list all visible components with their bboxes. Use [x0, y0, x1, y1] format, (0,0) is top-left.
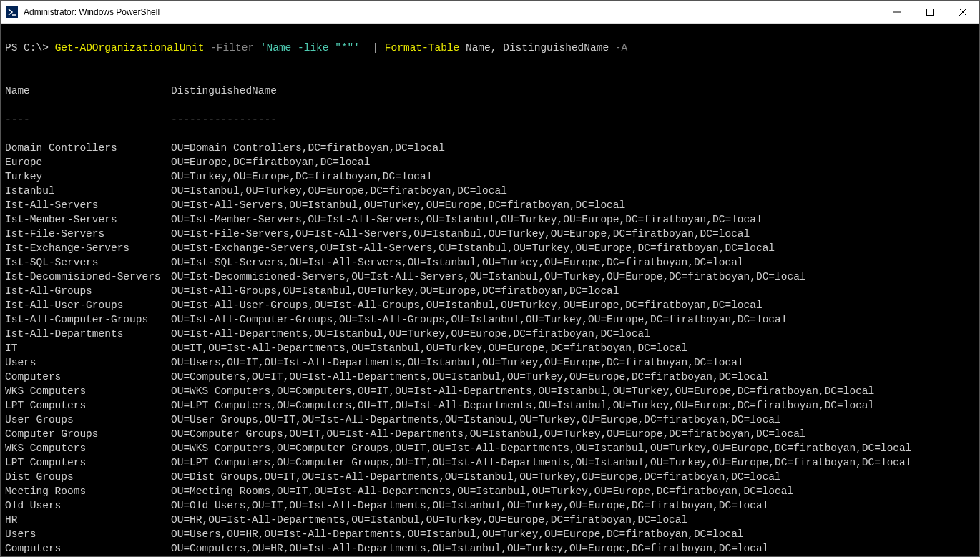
table-header-dashes: --------------------- — [5, 112, 975, 127]
cell-dn: OU=Ist-All-Servers,OU=Istanbul,OU=Turkey… — [171, 198, 625, 212]
cell-dn: OU=WKS Computers,OU=Computers,OU=IT,OU=I… — [171, 384, 874, 398]
table-row: UsersOU=Users,OU=IT,OU=Ist-All-Departmen… — [5, 355, 975, 370]
table-row: Ist-All-DepartmentsOU=Ist-All-Department… — [5, 327, 975, 341]
header-dn: DistinguishedName — [171, 84, 277, 98]
table-row: TurkeyOU=Turkey,OU=Europe,DC=firatboyan,… — [5, 169, 975, 184]
table-row: Old UsersOU=Old Users,OU=IT,OU=Ist-All-D… — [5, 498, 975, 513]
prompt-prefix: PS C:\> — [5, 42, 55, 54]
cell-dn: OU=Ist-SQL-Servers,OU=Ist-All-Servers,OU… — [171, 255, 744, 270]
cell-dn: OU=Users,OU=IT,OU=Ist-All-Departments,OU… — [171, 355, 744, 370]
cell-name: Europe — [5, 155, 171, 169]
table-row: Computer GroupsOU=Computer Groups,OU=IT,… — [5, 427, 975, 441]
table-row: Ist-All-Computer-GroupsOU=Ist-All-Comput… — [5, 312, 975, 327]
cell-name: IT — [5, 341, 171, 355]
table-row: WKS ComputersOU=WKS Computers,OU=Compute… — [5, 556, 975, 556]
cell-dn: OU=Old Users,OU=IT,OU=Ist-All-Department… — [171, 498, 768, 513]
cell-dn: OU=Computers,OU=HR,OU=Ist-All-Department… — [171, 541, 768, 556]
cell-dn: OU=Europe,DC=firatboyan,DC=local — [171, 155, 370, 169]
cell-dn: OU=Computers,OU=IT,OU=Ist-All-Department… — [171, 370, 768, 384]
cell-dn: OU=Ist-All-User-Groups,OU=Ist-All-Groups… — [171, 298, 763, 312]
table-row: ComputersOU=Computers,OU=HR,OU=Ist-All-D… — [5, 541, 975, 556]
table-row: ComputersOU=Computers,OU=IT,OU=Ist-All-D… — [5, 370, 975, 384]
window-title: Administrator: Windows PowerShell — [24, 7, 881, 17]
table-row: Ist-File-ServersOU=Ist-File-Servers,OU=I… — [5, 227, 975, 241]
cell-dn: OU=Turkey,OU=Europe,DC=firatboyan,DC=loc… — [171, 169, 432, 184]
autosize-param: -A — [615, 42, 627, 54]
cell-dn: OU=User Groups,OU=IT,OU=Ist-All-Departme… — [171, 413, 781, 427]
cmdlet-name: Get-ADOrganizationalUnit — [55, 42, 205, 54]
cell-name: Ist-Exchange-Servers — [5, 241, 171, 255]
table-row: Domain ControllersOU=Domain Controllers,… — [5, 141, 975, 155]
header-name: Name — [5, 84, 171, 98]
command-line: PS C:\> Get-ADOrganizationalUnit -Filter… — [5, 41, 975, 55]
cell-dn: OU=Ist-All-Departments,OU=Istanbul,OU=Tu… — [171, 327, 650, 341]
cell-name: LPT Computers — [5, 455, 171, 470]
terminal-output[interactable]: PS C:\> Get-ADOrganizationalUnit -Filter… — [1, 24, 979, 556]
table-row: Ist-Member-ServersOU=Ist-Member-Servers,… — [5, 212, 975, 227]
cell-dn: OU=Computer Groups,OU=IT,OU=Ist-All-Depa… — [171, 427, 806, 441]
cell-dn: OU=Ist-File-Servers,OU=Ist-All-Servers,O… — [171, 227, 750, 241]
table-row: Ist-Decommisioned-ServersOU=Ist-Decommis… — [5, 270, 975, 284]
table-row: Ist-All-ServersOU=Ist-All-Servers,OU=Ist… — [5, 198, 975, 212]
cell-name: Old Users — [5, 498, 171, 513]
table-row: WKS ComputersOU=WKS Computers,OU=Compute… — [5, 441, 975, 455]
cell-dn: OU=Ist-Member-Servers,OU=Ist-All-Servers… — [171, 212, 763, 227]
cell-dn: OU=HR,OU=Ist-All-Departments,OU=Istanbul… — [171, 513, 687, 527]
cell-name: Computers — [5, 541, 171, 556]
cell-dn: OU=Istanbul,OU=Turkey,OU=Europe,DC=firat… — [171, 184, 507, 198]
minimize-button[interactable] — [881, 1, 913, 23]
cell-name: Users — [5, 527, 171, 541]
cell-dn: OU=Ist-All-Computer-Groups,OU=Ist-All-Gr… — [171, 312, 787, 327]
cell-dn: OU=Meeting Rooms,OU=IT,OU=Ist-All-Depart… — [171, 484, 793, 498]
cell-name: Users — [5, 355, 171, 370]
cell-name: Ist-File-Servers — [5, 227, 171, 241]
table-row: Ist-SQL-ServersOU=Ist-SQL-Servers,OU=Ist… — [5, 255, 975, 270]
cell-name: Ist-All-Groups — [5, 284, 171, 298]
cell-name: WKS Computers — [5, 384, 171, 398]
cell-name: Ist-All-Servers — [5, 198, 171, 212]
table-row: UsersOU=Users,OU=HR,OU=Ist-All-Departmen… — [5, 527, 975, 541]
cell-name: Computer Groups — [5, 427, 171, 441]
table-row: EuropeOU=Europe,DC=firatboyan,DC=local — [5, 155, 975, 169]
cell-dn: OU=Users,OU=HR,OU=Ist-All-Departments,OU… — [171, 527, 744, 541]
cell-name: Istanbul — [5, 184, 171, 198]
powershell-window: Administrator: Windows PowerShell PS C:\… — [0, 0, 980, 557]
cell-dn: OU=IT,OU=Ist-All-Departments,OU=Istanbul… — [171, 341, 687, 355]
cell-dn: OU=Dist Groups,OU=IT,OU=Ist-All-Departme… — [171, 470, 781, 484]
cell-name: User Groups — [5, 413, 171, 427]
table-row: Meeting RoomsOU=Meeting Rooms,OU=IT,OU=I… — [5, 484, 975, 498]
table-row: Ist-All-User-GroupsOU=Ist-All-User-Group… — [5, 298, 975, 312]
format-cmdlet: Format-Table — [385, 42, 459, 54]
table-row: User GroupsOU=User Groups,OU=IT,OU=Ist-A… — [5, 413, 975, 427]
cell-name: Ist-Decommisioned-Servers — [5, 270, 171, 284]
filter-value: 'Name -like "*"' — [260, 42, 360, 54]
cell-name: WKS Computers — [5, 441, 171, 455]
dash-name: ---- — [5, 112, 171, 127]
cell-dn: OU=Ist-Decommisioned-Servers,OU=Ist-All-… — [171, 270, 806, 284]
cell-name: Dist Groups — [5, 470, 171, 484]
cell-name: Ist-SQL-Servers — [5, 255, 171, 270]
table-row: WKS ComputersOU=WKS Computers,OU=Compute… — [5, 384, 975, 398]
cell-name: Meeting Rooms — [5, 484, 171, 498]
cell-dn: OU=LPT Computers,OU=Computers,OU=IT,OU=I… — [171, 398, 874, 413]
pipe-operator: | — [360, 42, 385, 54]
titlebar[interactable]: Administrator: Windows PowerShell — [1, 1, 979, 24]
cell-dn: OU=Ist-All-Groups,OU=Istanbul,OU=Turkey,… — [171, 284, 619, 298]
cell-name: Ist-All-User-Groups — [5, 298, 171, 312]
close-button[interactable] — [946, 1, 979, 23]
table-body: Domain ControllersOU=Domain Controllers,… — [5, 141, 975, 556]
table-row: Ist-All-GroupsOU=Ist-All-Groups,OU=Istan… — [5, 284, 975, 298]
cell-name: Turkey — [5, 169, 171, 184]
cell-name: HR — [5, 513, 171, 527]
dash-dn: ----------------- — [171, 112, 277, 127]
cell-dn: OU=LPT Computers,OU=Computer Groups,OU=I… — [171, 455, 911, 470]
table-row: Dist GroupsOU=Dist Groups,OU=IT,OU=Ist-A… — [5, 470, 975, 484]
powershell-icon — [6, 6, 18, 18]
cell-name: Ist-All-Computer-Groups — [5, 312, 171, 327]
cell-name: LPT Computers — [5, 398, 171, 413]
cell-name: Ist-All-Departments — [5, 327, 171, 341]
format-args: Name, DistinguishedName — [459, 42, 615, 54]
cell-dn: OU=WKS Computers,OU=Computers,OU=HR,OU=I… — [171, 556, 874, 556]
table-row: HROU=HR,OU=Ist-All-Departments,OU=Istanb… — [5, 513, 975, 527]
maximize-button[interactable] — [913, 1, 946, 23]
